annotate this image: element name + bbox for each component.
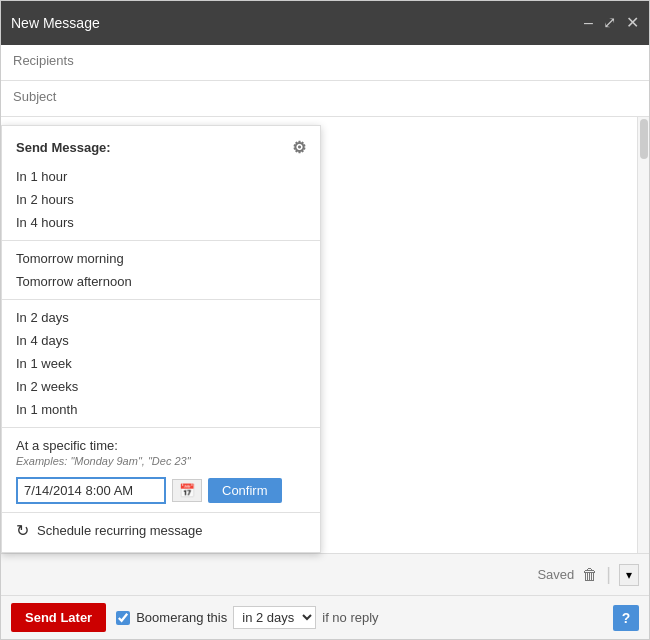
option-in-2-weeks[interactable]: In 2 weeks [2, 375, 320, 398]
title-bar: New Message – ⤢ ✕ [1, 1, 649, 45]
option-in-4-hours[interactable]: In 4 hours [2, 211, 320, 234]
dropdown-header: Send Message: ⚙ [2, 132, 320, 165]
dropdown-title: Send Message: [16, 140, 111, 155]
saved-label: Saved [537, 567, 574, 582]
time-input[interactable] [16, 477, 166, 504]
bottom-toolbar: Saved 🗑 | ▾ [1, 553, 649, 595]
divider-vertical: | [606, 564, 611, 585]
close-icon[interactable]: ✕ [626, 15, 639, 31]
compose-area: Recipients Subject not wish to provide o… [1, 45, 649, 595]
scrollbar[interactable] [637, 117, 649, 553]
divider-3 [2, 427, 320, 428]
compose-window: New Message – ⤢ ✕ Recipients Subject not… [0, 0, 650, 640]
boomerang-days-select[interactable]: in 2 days in 1 day in 3 days in 5 days [233, 606, 316, 629]
boomerang-label: Boomerang this [136, 610, 227, 625]
option-in-1-week[interactable]: In 1 week [2, 352, 320, 375]
toolbar-dropdown-arrow[interactable]: ▾ [619, 564, 639, 586]
divider-2 [2, 299, 320, 300]
calendar-button[interactable]: 📅 [172, 479, 202, 502]
option-in-1-month[interactable]: In 1 month [2, 398, 320, 421]
window-controls: – ⤢ ✕ [584, 15, 639, 31]
scrollbar-thumb [640, 119, 648, 159]
if-no-reply-text: if no reply [322, 610, 378, 625]
trash-icon[interactable]: 🗑 [582, 566, 598, 584]
gear-icon[interactable]: ⚙ [292, 138, 306, 157]
specific-time-label: At a specific time: [2, 434, 320, 455]
boomerang-row: Boomerang this in 2 days in 1 day in 3 d… [116, 606, 378, 629]
window-title: New Message [11, 15, 100, 31]
divider-1 [2, 240, 320, 241]
option-in-4-days[interactable]: In 4 days [2, 329, 320, 352]
send-later-button[interactable]: Send Later [11, 603, 106, 632]
recipients-label: Recipients [13, 53, 74, 68]
help-button[interactable]: ? [613, 605, 639, 631]
option-tomorrow-morning[interactable]: Tomorrow morning [2, 247, 320, 270]
option-in-1-hour[interactable]: In 1 hour [2, 165, 320, 188]
subject-label: Subject [13, 89, 56, 104]
confirm-button[interactable]: Confirm [208, 478, 282, 503]
boomerang-checkbox[interactable] [116, 611, 130, 625]
time-input-row: 📅 Confirm [2, 473, 320, 512]
minimize-icon[interactable]: – [584, 15, 593, 31]
option-in-2-days[interactable]: In 2 days [2, 306, 320, 329]
option-in-2-hours[interactable]: In 2 hours [2, 188, 320, 211]
recurring-row[interactable]: ↻ Schedule recurring message [2, 512, 320, 546]
recurring-label: Schedule recurring message [37, 523, 202, 538]
send-later-bar: Send Later Boomerang this in 2 days in 1… [1, 595, 649, 639]
option-tomorrow-afternoon[interactable]: Tomorrow afternoon [2, 270, 320, 293]
expand-icon[interactable]: ⤢ [603, 15, 616, 31]
recipients-field[interactable]: Recipients [1, 45, 649, 81]
specific-time-example: Examples: "Monday 9am", "Dec 23" [2, 455, 320, 473]
toolbar-right: Saved 🗑 | ▾ [537, 564, 639, 586]
subject-field[interactable]: Subject [1, 81, 649, 117]
send-message-dropdown: Send Message: ⚙ In 1 hour In 2 hours In … [1, 125, 321, 553]
recurring-icon: ↻ [16, 521, 29, 540]
